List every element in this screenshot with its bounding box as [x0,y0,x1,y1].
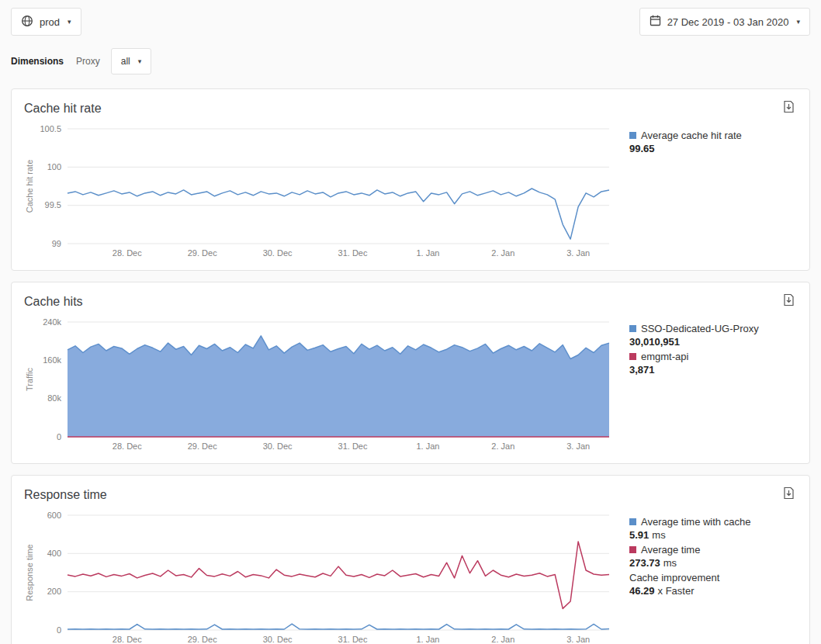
svg-text:2. Jan: 2. Jan [491,441,514,451]
legend-value: 5.91ms [629,528,797,542]
svg-text:99: 99 [52,239,61,248]
cache-hit-rate-card: Cache hit rate 9999.5100100.528. Dec29. … [11,88,810,271]
svg-text:30. Dec: 30. Dec [263,248,293,258]
svg-text:240k: 240k [43,317,61,327]
legend-label: Average cache hit rate [641,129,742,142]
legend: Average cache hit rate 99.65 [629,123,797,157]
cache-hits-chart: 080k160k240k28. Dec29. Dec30. Dec31. Dec… [24,316,614,454]
svg-text:100: 100 [47,162,61,171]
chevron-down-icon: ▾ [138,57,142,65]
response-time-card: Response time 020040060028. Dec29. Dec30… [11,475,810,644]
legend-item: emgmt-api 3,871 [629,350,797,376]
svg-text:100.5: 100.5 [40,124,61,133]
svg-text:31. Dec: 31. Dec [338,248,368,258]
svg-text:400: 400 [47,549,61,558]
legend-value: 3,871 [629,363,797,376]
svg-text:30. Dec: 30. Dec [263,441,293,451]
proxy-label: Proxy [76,56,100,67]
svg-text:3. Jan: 3. Jan [566,248,590,258]
proxy-selector[interactable]: all ▾ [111,48,152,74]
response-time-chart: 020040060028. Dec29. Dec30. Dec31. Dec1.… [24,509,614,644]
chart-title: Cache hits [24,292,83,309]
cache-hit-rate-chart: 9999.5100100.528. Dec29. Dec30. Dec31. D… [24,123,614,261]
svg-text:1. Jan: 1. Jan [416,248,439,258]
svg-text:31. Dec: 31. Dec [338,635,368,644]
proxy-selected-value: all [121,56,130,67]
svg-text:Response time: Response time [25,544,34,601]
svg-text:28. Dec: 28. Dec [113,248,142,258]
legend-swatch [629,546,636,553]
chart-title: Response time [24,485,107,502]
svg-text:0: 0 [57,432,61,441]
dimensions-label: Dimensions [11,56,64,67]
legend-swatch [629,518,636,525]
svg-text:1. Jan: 1. Jan [416,441,439,451]
top-bar: prod ▾ 27 Dec 2019 - 03 Jan 2020 ▾ [0,0,821,36]
svg-text:600: 600 [47,511,61,520]
legend-item: Average time 273.73ms [629,543,797,570]
svg-text:80k: 80k [47,393,61,403]
legend: SSO-Dedicated-UG-Proxy 30,010,951 emgmt-… [629,316,797,378]
legend-label: emgmt-api [641,350,688,363]
svg-text:3. Jan: 3. Jan [566,441,590,451]
legend-value: 30,010,951 [629,335,797,348]
svg-text:Traffic: Traffic [25,368,34,391]
svg-text:28. Dec: 28. Dec [113,635,142,644]
svg-text:28. Dec: 28. Dec [113,441,142,451]
svg-text:31. Dec: 31. Dec [338,441,368,451]
chevron-down-icon: ▾ [796,18,800,26]
svg-text:2. Jan: 2. Jan [491,248,514,258]
svg-text:30. Dec: 30. Dec [263,635,293,644]
legend-value: 273.73ms [629,556,797,570]
svg-text:29. Dec: 29. Dec [188,635,217,644]
legend-swatch [629,353,636,360]
export-icon[interactable] [781,485,797,504]
export-icon[interactable] [781,99,797,118]
svg-text:3. Jan: 3. Jan [566,635,590,644]
svg-text:99.5: 99.5 [45,200,61,209]
legend-label: Average time with cache [641,515,750,528]
calendar-icon [650,15,661,29]
legend-label: SSO-Dedicated-UG-Proxy [641,322,759,335]
svg-text:200: 200 [47,587,61,596]
svg-text:2. Jan: 2. Jan [491,635,514,644]
legend-item: SSO-Dedicated-UG-Proxy 30,010,951 [629,322,797,348]
legend-item: Cache improvement 46.29x Faster [629,571,797,597]
legend-item: Average time with cache 5.91ms [629,515,797,542]
legend-value: 46.29x Faster [629,584,797,597]
environment-selector[interactable]: prod ▾ [11,8,81,36]
legend: Average time with cache 5.91ms Average t… [629,509,797,599]
export-icon[interactable] [781,292,797,311]
svg-text:29. Dec: 29. Dec [188,441,217,451]
svg-text:0: 0 [57,625,61,635]
cache-hits-card: Cache hits 080k160k240k28. Dec29. Dec30.… [11,282,810,464]
legend-label: Average time [641,543,700,556]
legend-value: 99.65 [629,142,797,155]
legend-swatch [629,132,636,139]
date-range-label: 27 Dec 2019 - 03 Jan 2020 [667,16,789,28]
svg-text:1. Jan: 1. Jan [416,635,439,644]
filters-bar: Dimensions Proxy all ▾ [0,36,821,74]
environment-label: prod [40,16,60,28]
legend-swatch [629,325,636,332]
analytics-dashboard: { "header": { "environment": "prod", "da… [0,0,821,644]
chevron-down-icon: ▾ [68,18,71,26]
svg-text:160k: 160k [43,355,61,365]
legend-item: Average cache hit rate 99.65 [629,129,797,155]
svg-text:Cache hit rate: Cache hit rate [25,160,34,213]
chart-title: Cache hit rate [24,99,102,116]
legend-label: Cache improvement [629,571,719,584]
date-range-picker[interactable]: 27 Dec 2019 - 03 Jan 2020 ▾ [639,8,810,36]
globe-icon [21,15,33,29]
svg-text:29. Dec: 29. Dec [188,248,217,258]
